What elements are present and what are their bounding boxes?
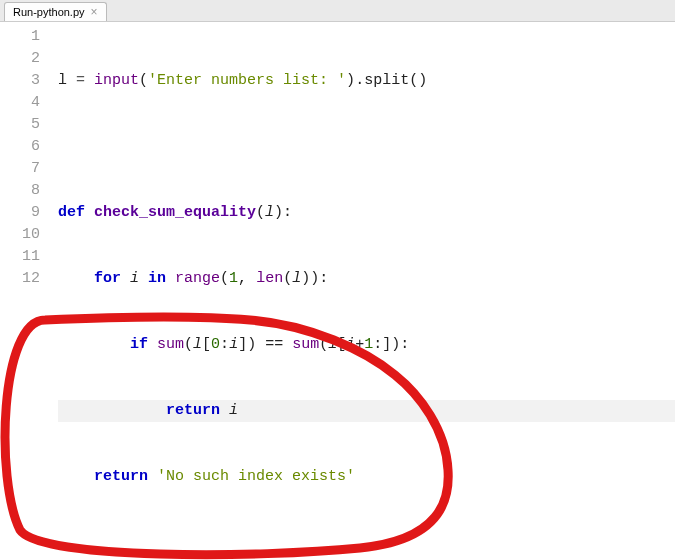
code-line: return 'No such index exists' — [58, 466, 675, 488]
line-number: 4 — [0, 92, 40, 114]
code-line — [58, 136, 675, 158]
line-number: 1 — [0, 26, 40, 48]
line-number: 8 — [0, 180, 40, 202]
code-line: return i — [58, 400, 675, 422]
line-number: 7 — [0, 158, 40, 180]
line-number: 2 — [0, 48, 40, 70]
code-area[interactable]: l = input('Enter numbers list: ').split(… — [52, 22, 675, 560]
line-number: 5 — [0, 114, 40, 136]
code-line: for i in range(1, len(l)): — [58, 268, 675, 290]
line-number: 10 — [0, 224, 40, 246]
line-number: 6 — [0, 136, 40, 158]
editor-tabbar: Run-python.py × — [0, 0, 675, 22]
code-line — [58, 532, 675, 554]
code-line: def check_sum_equality(l): — [58, 202, 675, 224]
line-number: 11 — [0, 246, 40, 268]
editor-tab[interactable]: Run-python.py × — [4, 2, 107, 21]
line-number: 3 — [0, 70, 40, 92]
line-number-gutter: 1 2 3 4 5 6 7 8 9 10 11 12 — [0, 22, 52, 560]
code-editor[interactable]: 1 2 3 4 5 6 7 8 9 10 11 12 l = input('En… — [0, 22, 675, 560]
line-number: 12 — [0, 268, 40, 290]
close-icon[interactable]: × — [91, 6, 98, 18]
code-line: l = input('Enter numbers list: ').split(… — [58, 70, 675, 92]
editor-tab-label: Run-python.py — [13, 6, 85, 18]
code-line: if sum(l[0:i]) == sum(l[i+1:]): — [58, 334, 675, 356]
line-number: 9 — [0, 202, 40, 224]
